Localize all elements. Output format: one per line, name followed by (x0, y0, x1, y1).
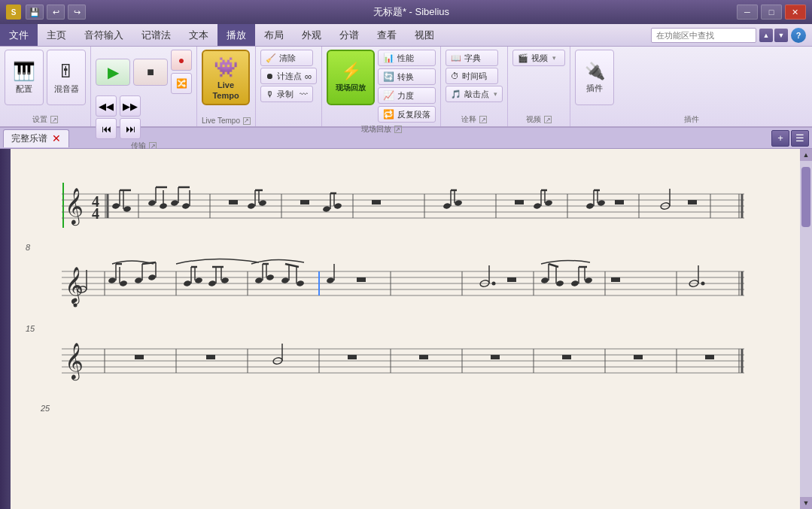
setup-expand[interactable]: ↗ (50, 116, 58, 123)
rewind-btn[interactable]: ◀◀ (96, 95, 117, 117)
ff-icon: ▶▶ (123, 101, 138, 112)
hunyin-btn[interactable]: 🎚 混音器 (47, 50, 86, 105)
stop-btn[interactable]: ■ (133, 59, 168, 86)
menu-item-bofang[interactable]: 播放 (217, 24, 255, 46)
live-tempo-btn[interactable]: 👾 Live Tempo (202, 50, 250, 105)
zishi-expand[interactable]: ↗ (479, 116, 487, 123)
svg-rect-47 (372, 200, 381, 205)
zhuanhuan-btn[interactable]: 🔄 转换 (378, 68, 436, 85)
menu-item-buju[interactable]: 布局 (255, 24, 293, 46)
menu-item-wenjian[interactable]: 文件 (0, 24, 38, 46)
live-tempo-group-label: Live Tempo ↗ (202, 117, 251, 125)
menu-item-fenpu[interactable]: 分谱 (330, 24, 368, 46)
svg-point-22 (123, 205, 131, 212)
zidian-btn[interactable]: 📖 字典 (446, 50, 498, 66)
zhuanhuan-icon: 🔄 (383, 71, 394, 82)
svg-rect-53 (515, 200, 524, 205)
jisuan-icon: ⏺ (266, 71, 274, 80)
doc-tab-main[interactable]: 完整乐谱 ✕ (3, 129, 69, 147)
goto-end-btn[interactable]: ⏭ (120, 118, 141, 139)
menu-item-yinfushuru[interactable]: 音符输入 (75, 24, 132, 46)
staff-system-3: 15 𝄞 (41, 330, 770, 392)
search-down-btn[interactable]: ▼ (774, 29, 788, 42)
search-up-btn[interactable]: ▲ (759, 29, 773, 42)
xingneng-btn[interactable]: 📊 性能 (378, 50, 436, 66)
search-input[interactable] (651, 28, 756, 43)
qingchu-btn[interactable]: 🧹 清除 (260, 50, 313, 66)
menu-item-wenben[interactable]: 文本 (180, 24, 217, 46)
loop-btn[interactable]: 🔀 (171, 73, 192, 94)
jisuan-btn[interactable]: ⏺ 计连点 ∞ (260, 68, 317, 84)
svg-point-36 (247, 202, 255, 209)
live-tempo-expand[interactable]: ↗ (243, 117, 251, 125)
menu-item-waiguan[interactable]: 外观 (293, 24, 330, 46)
staff-svg-2: 𝄞 (41, 249, 748, 317)
svg-point-130 (555, 280, 564, 286)
mixer-icon: 🎚 (57, 61, 75, 82)
shipin-icon: 🎬 (518, 53, 528, 63)
scroll-down-btn[interactable]: ▼ (800, 497, 812, 509)
fufuduan-btn[interactable]: 🔁 反复段落 (378, 106, 436, 123)
undo-btn[interactable]: ↩ (47, 5, 65, 20)
video-content: 🎬 视频 ▾ (512, 50, 565, 113)
qingchu-label: 清除 (279, 53, 296, 64)
ribbon-group-xianchang: ⚡ 现场回放 📊 性能 🔄 转换 📈 力度 🔁 反复段落 (322, 47, 441, 126)
xianchang-huifang-btn[interactable]: ⚡ 现场回放 (327, 50, 375, 105)
jidian-btn[interactable]: 🎵 敲击点 ▾ (446, 86, 503, 102)
svg-rect-67 (688, 200, 697, 205)
jidian-dot: ▾ (494, 90, 497, 98)
staff-system-1: 𝄞 4 4 (41, 175, 770, 238)
shijianma-icon: ⏱ (451, 71, 459, 80)
save-quick-btn[interactable]: 💾 (26, 5, 44, 20)
shijianma-btn[interactable]: ⏱ 时间码 (446, 68, 498, 84)
play-btn[interactable]: ▶ (96, 59, 130, 86)
plugin-label: 插件 (586, 83, 603, 94)
scroll-up-btn[interactable]: ▲ (800, 149, 812, 161)
lidu-btn[interactable]: 📈 力度 (378, 87, 436, 104)
fast-forward-btn[interactable]: ▶▶ (120, 95, 141, 117)
menu-item-jipufa[interactable]: 记谱法 (132, 24, 180, 46)
close-btn[interactable]: ✕ (785, 5, 806, 20)
vertical-scrollbar[interactable]: ▲ ▼ (800, 149, 812, 509)
jidian-icon: 🎵 (451, 89, 461, 99)
plugin-btn[interactable]: 🔌 插件 (575, 50, 614, 105)
svg-point-31 (181, 202, 190, 209)
menu-item-zhuye[interactable]: 主页 (38, 24, 75, 46)
xianchang-expand[interactable]: ↗ (394, 126, 402, 133)
scroll-track[interactable] (801, 161, 810, 497)
jidian-label: 敲击点 (464, 89, 489, 100)
zhuanhuan-label: 转换 (397, 71, 414, 83)
menu-bar: 文件 主页 音符输入 记谱法 文本 播放 布局 外观 分谱 查看 视图 ▲ ▼ … (0, 24, 812, 47)
end-icon: ⏭ (126, 123, 135, 135)
luzhi-btn[interactable]: 🎙 录制 〰 (260, 86, 313, 102)
video-label: 视频 ↗ (512, 114, 565, 125)
svg-rect-138 (611, 277, 620, 282)
svg-rect-168 (705, 355, 714, 359)
staff-number-3: 15 (26, 324, 35, 333)
rec-col: ● 🔀 (171, 50, 192, 94)
window-controls: ─ □ ✕ (737, 5, 806, 20)
svg-line-100 (142, 262, 156, 264)
svg-text:𝄞: 𝄞 (65, 343, 84, 381)
view-options-btn[interactable]: ☰ (791, 130, 809, 147)
maximize-btn[interactable]: □ (761, 5, 782, 20)
goto-start-btn[interactable]: ⏮ (96, 118, 117, 139)
record-btn[interactable]: ● (171, 50, 192, 71)
minimize-btn[interactable]: ─ (737, 5, 758, 20)
menu-item-shitu[interactable]: 视图 (406, 24, 443, 46)
ribbon: 🎹 配置 🎚 混音器 设置 ↗ ▶ ■ (0, 47, 812, 128)
video-expand[interactable]: ↗ (544, 116, 552, 123)
doc-tab-close[interactable]: ✕ (52, 133, 61, 144)
svg-rect-127 (507, 277, 516, 282)
live-tempo-label2: Tempo (212, 91, 239, 100)
peizhib-btn[interactable]: 🎹 配置 (5, 50, 44, 105)
app-icon: S (6, 5, 21, 20)
help-btn[interactable]: ? (791, 28, 806, 43)
zoom-in-btn[interactable]: + (771, 130, 789, 147)
redo-btn[interactable]: ↪ (68, 5, 86, 20)
shipin-btn[interactable]: 🎬 视频 ▾ (512, 50, 565, 66)
huifang-icon: ⚡ (341, 62, 361, 81)
scroll-thumb[interactable] (801, 167, 810, 227)
title-bar-left: S 💾 ↩ ↪ (6, 5, 86, 20)
menu-item-chakan[interactable]: 查看 (368, 24, 406, 46)
